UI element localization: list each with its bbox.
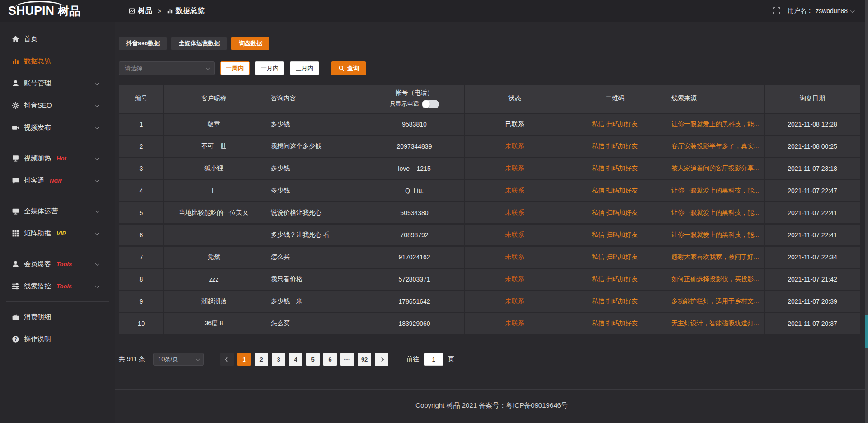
qrcode-links[interactable]: 私信 扫码加好友: [565, 224, 665, 246]
logo-arc-icon: [15, 1, 64, 7]
sidebar-item-data-overview[interactable]: 数据总览: [0, 50, 115, 72]
qrcode-links[interactable]: 私信 扫码加好友: [565, 291, 665, 313]
source-link[interactable]: 如何正确选择投影仪，买投影...: [665, 268, 765, 291]
source-link[interactable]: 让你一眼就爱上的黑科技，能...: [665, 202, 765, 224]
fullscreen-icon[interactable]: [773, 7, 780, 14]
window-icon: [129, 8, 135, 14]
sidebar-item-label: 数据总览: [24, 57, 51, 66]
col-nickname: 客户昵称: [164, 85, 264, 113]
page-button[interactable]: 2: [255, 352, 268, 366]
page-button[interactable]: 3: [272, 352, 285, 366]
cell-nickname: zzz: [164, 268, 264, 291]
sidebar-item-video-heating[interactable]: 视频加热 Hot: [0, 147, 115, 169]
sidebar-item-omnimedia[interactable]: 全媒体运营: [0, 200, 115, 222]
search-button[interactable]: 查询: [331, 61, 366, 75]
period-quarter-button[interactable]: 三月内: [290, 61, 319, 75]
qrcode-links[interactable]: 私信 扫码加好友: [565, 313, 665, 335]
qrcode-links[interactable]: 私信 扫码加好友: [565, 202, 665, 224]
goto-page-input[interactable]: [424, 353, 443, 366]
sliders-icon: [12, 282, 19, 290]
cell-account: 70898792: [364, 224, 465, 246]
qrcode-links[interactable]: 私信 扫码加好友: [565, 158, 665, 180]
user-icon: [12, 80, 19, 87]
qrcode-links[interactable]: 私信 扫码加好友: [565, 113, 665, 136]
prev-page-button[interactable]: [220, 352, 234, 366]
page-button[interactable]: 1: [237, 352, 251, 366]
sidebar-item-account-management[interactable]: 账号管理: [0, 72, 115, 94]
status-badge: 已联系: [465, 113, 565, 136]
source-link[interactable]: 被大家追着问的客厅投影分享...: [665, 158, 765, 180]
sidebar-item-member-baoke[interactable]: 会员爆客 Tools: [0, 253, 115, 275]
source-link[interactable]: 让你一眼就爱上的黑科技，能...: [665, 180, 765, 202]
cell-date: 2021-11-08 00:25: [765, 136, 860, 158]
sidebar-item-consumption-details[interactable]: 消费明细: [0, 306, 115, 328]
cell-index: 6: [119, 224, 164, 246]
page-size-select[interactable]: 10条/页: [153, 353, 204, 366]
goto-page: 前往 页: [406, 353, 454, 366]
page-button[interactable]: 4: [289, 352, 302, 366]
topbar-right: 用户名： zswodun88: [773, 7, 868, 15]
cell-content: 多少钱？让我死心 看: [264, 224, 364, 246]
cell-account: 572803371: [364, 268, 465, 291]
table-row: 8zzz我只看价格572803371未联系私信 扫码加好友如何正确选择投影仪，买…: [119, 268, 860, 291]
page-button[interactable]: 6: [323, 352, 337, 366]
phone-only-toggle[interactable]: [422, 100, 439, 108]
cell-index: 2: [119, 136, 164, 158]
copyright-text: Copyright 树品 2021 备案号：粤ICP备09019646号: [415, 401, 568, 409]
tab-douyin-seo-data[interactable]: 抖音seo数据: [119, 37, 167, 50]
source-link[interactable]: 客厅安装投影半年多了，真实...: [665, 136, 765, 158]
col-content: 咨询内容: [264, 85, 364, 113]
period-month-button[interactable]: 一月内: [255, 61, 284, 75]
cell-nickname: [164, 224, 264, 246]
monitor-icon: [12, 207, 19, 215]
source-link[interactable]: 让你一眼就爱上的黑科技，能...: [665, 224, 765, 246]
cell-index: 1: [119, 113, 164, 136]
sidebar-item-video-publish[interactable]: 视频发布: [0, 117, 115, 139]
sidebar-divider: [6, 196, 109, 196]
breadcrumb-root[interactable]: 树品: [129, 6, 152, 16]
main-content: 抖音seo数据 全媒体运营数据 询盘数据 请选择 一周内 一月内 三月内 查询: [115, 22, 868, 423]
qrcode-links[interactable]: 私信 扫码加好友: [565, 268, 665, 291]
source-link[interactable]: 无主灯设计，智能磁吸轨道灯...: [665, 313, 765, 335]
qrcode-links[interactable]: 私信 扫码加好友: [565, 136, 665, 158]
status-badge: 未联系: [465, 313, 565, 335]
chevron-down-icon: [95, 261, 99, 266]
breadcrumb-separator: >: [158, 8, 161, 14]
cell-account: 183929060: [364, 313, 465, 335]
next-page-button[interactable]: [375, 352, 388, 366]
scrollbar-thumb[interactable]: [865, 315, 868, 348]
col-account: 帐号（电话） 只显示电话: [364, 85, 465, 113]
qrcode-links[interactable]: 私信 扫码加好友: [565, 246, 665, 268]
breadcrumb-current[interactable]: 数据总览: [167, 6, 205, 16]
source-link[interactable]: 感谢大家喜欢我家，被问了好...: [665, 246, 765, 268]
chevron-left-icon: [225, 357, 229, 362]
cell-nickname: 觉然: [164, 246, 264, 268]
chevron-down-icon: [95, 103, 99, 107]
sidebar-item-instructions[interactable]: ? 操作说明: [0, 328, 115, 350]
sidebar-item-label: 视频加热: [24, 154, 51, 163]
cell-account: 9583810: [364, 113, 465, 136]
sidebar-item-lead-monitoring[interactable]: 线索监控 Tools: [0, 275, 115, 297]
person-icon: [12, 260, 19, 268]
scrollbar-track[interactable]: [865, 0, 868, 423]
page-ellipsis-button[interactable]: •••: [340, 352, 354, 366]
sidebar-item-home[interactable]: 首页: [0, 28, 115, 50]
user-menu[interactable]: 用户名： zswodun88: [788, 7, 854, 15]
tab-inquiry-data[interactable]: 询盘数据: [231, 37, 269, 50]
period-week-button[interactable]: 一周内: [220, 61, 250, 75]
page-button[interactable]: 92: [358, 352, 371, 366]
source-link[interactable]: 多功能护栏灯，适用于乡村文...: [665, 291, 765, 313]
sidebar-item-matrix-boost[interactable]: 矩阵助推 VIP: [0, 222, 115, 244]
sidebar-divider: [6, 143, 109, 143]
qrcode-links[interactable]: 私信 扫码加好友: [565, 180, 665, 202]
account-select[interactable]: 请选择: [119, 61, 215, 75]
sidebar-divider: [6, 301, 109, 302]
tab-omnimedia-data[interactable]: 全媒体运营数据: [171, 37, 227, 50]
sidebar-item-douyin-seo[interactable]: 抖音SEO: [0, 94, 115, 117]
source-link[interactable]: 让你一眼就爱上的黑科技，能...: [665, 113, 765, 136]
page-button[interactable]: 5: [306, 352, 320, 366]
cell-nickname: 狐小狸: [164, 158, 264, 180]
sidebar-item-douketong[interactable]: 抖客通 New: [0, 169, 115, 192]
cell-date: 2021-11-07 22:41: [765, 224, 860, 246]
chevron-down-icon: [95, 283, 99, 288]
